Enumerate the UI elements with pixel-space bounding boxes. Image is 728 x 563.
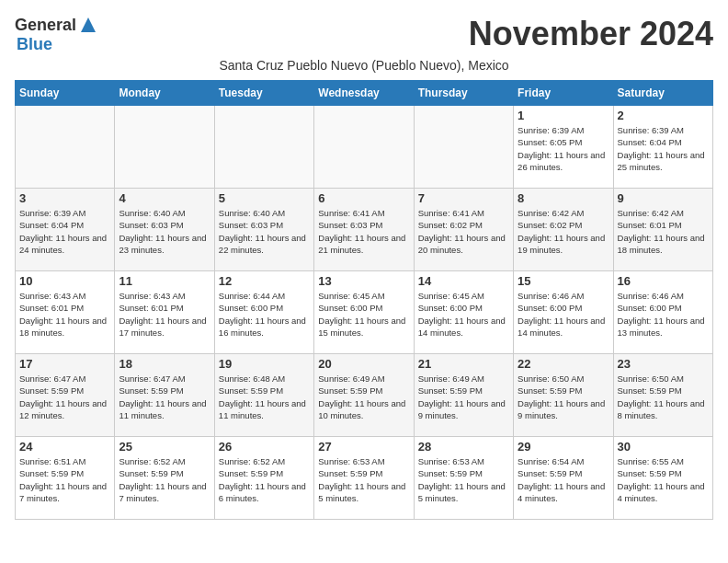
day-number: 8 xyxy=(518,191,609,205)
cell-info: Daylight: 11 hours and 9 minutes. xyxy=(418,397,509,422)
cell-info: Daylight: 11 hours and 5 minutes. xyxy=(418,480,509,505)
cell-info: Daylight: 11 hours and 20 minutes. xyxy=(418,232,509,257)
day-number: 30 xyxy=(618,440,709,454)
day-number: 29 xyxy=(518,440,609,454)
calendar-cell xyxy=(214,106,313,189)
calendar-cell: 10Sunrise: 6:43 AMSunset: 6:01 PMDayligh… xyxy=(16,271,115,354)
calendar-cell: 20Sunrise: 6:49 AMSunset: 5:59 PMDayligh… xyxy=(314,354,414,437)
day-number: 19 xyxy=(219,357,310,371)
cell-info: Sunset: 6:00 PM xyxy=(618,302,709,314)
cell-info: Sunrise: 6:42 AM xyxy=(518,207,609,219)
day-number: 5 xyxy=(219,191,310,205)
calendar-cell: 16Sunrise: 6:46 AMSunset: 6:00 PMDayligh… xyxy=(613,271,712,354)
cell-info: Sunset: 6:00 PM xyxy=(418,302,509,314)
calendar-cell: 25Sunrise: 6:52 AMSunset: 5:59 PMDayligh… xyxy=(115,437,214,520)
day-number: 6 xyxy=(318,191,409,205)
cell-info: Daylight: 11 hours and 14 minutes. xyxy=(418,315,509,339)
cell-info: Sunset: 5:59 PM xyxy=(518,385,609,396)
cell-info: Daylight: 11 hours and 18 minutes. xyxy=(19,315,110,339)
day-number: 4 xyxy=(119,191,210,205)
cell-info: Daylight: 11 hours and 25 minutes. xyxy=(618,149,709,174)
day-number: 3 xyxy=(19,191,110,205)
cell-info: Daylight: 11 hours and 12 minutes. xyxy=(19,397,110,422)
day-number: 15 xyxy=(518,274,609,288)
day-number: 21 xyxy=(418,357,509,371)
cell-info: Daylight: 11 hours and 10 minutes. xyxy=(318,397,409,422)
cell-info: Sunrise: 6:42 AM xyxy=(618,207,709,219)
calendar-cell: 8Sunrise: 6:42 AMSunset: 6:02 PMDaylight… xyxy=(514,189,613,271)
cell-info: Daylight: 11 hours and 11 minutes. xyxy=(119,397,210,422)
cell-info: Daylight: 11 hours and 18 minutes. xyxy=(618,232,709,257)
calendar-cell: 4Sunrise: 6:40 AMSunset: 6:03 PMDaylight… xyxy=(115,189,214,271)
calendar-table: SundayMondayTuesdayWednesdayThursdayFrid… xyxy=(15,80,713,520)
calendar-cell: 19Sunrise: 6:48 AMSunset: 5:59 PMDayligh… xyxy=(214,354,313,437)
cell-info: Sunset: 5:59 PM xyxy=(119,385,210,396)
calendar-cell xyxy=(414,106,513,189)
day-number: 28 xyxy=(418,440,509,454)
calendar-cell: 21Sunrise: 6:49 AMSunset: 5:59 PMDayligh… xyxy=(414,354,513,437)
day-number: 16 xyxy=(618,274,709,288)
calendar-cell: 13Sunrise: 6:45 AMSunset: 6:00 PMDayligh… xyxy=(314,271,414,354)
cell-info: Daylight: 11 hours and 23 minutes. xyxy=(119,232,210,257)
cell-info: Daylight: 11 hours and 7 minutes. xyxy=(19,480,110,505)
month-title: November 2024 xyxy=(469,15,713,53)
cell-info: Sunrise: 6:43 AM xyxy=(19,290,110,302)
cell-info: Daylight: 11 hours and 24 minutes. xyxy=(19,232,110,257)
cell-info: Sunset: 6:00 PM xyxy=(219,302,310,314)
cell-info: Sunset: 5:59 PM xyxy=(219,467,310,479)
cell-info: Daylight: 11 hours and 5 minutes. xyxy=(318,480,409,505)
day-number: 18 xyxy=(119,357,210,371)
calendar-cell xyxy=(314,106,414,189)
day-number: 11 xyxy=(119,274,210,288)
cell-info: Sunset: 5:59 PM xyxy=(418,467,509,479)
day-number: 20 xyxy=(318,357,409,371)
cell-info: Sunset: 5:59 PM xyxy=(318,385,409,396)
cell-info: Daylight: 11 hours and 17 minutes. xyxy=(119,315,210,339)
cell-info: Daylight: 11 hours and 19 minutes. xyxy=(518,232,609,257)
cell-info: Sunset: 6:03 PM xyxy=(219,219,310,231)
cell-info: Sunset: 5:59 PM xyxy=(618,385,709,396)
day-number: 23 xyxy=(618,357,709,371)
cell-info: Daylight: 11 hours and 8 minutes. xyxy=(618,397,709,422)
logo-general: General xyxy=(15,16,76,35)
cell-info: Sunrise: 6:49 AM xyxy=(318,373,409,385)
calendar-cell: 6Sunrise: 6:41 AMSunset: 6:03 PMDaylight… xyxy=(314,189,414,271)
cell-info: Sunset: 5:59 PM xyxy=(19,467,110,479)
cell-info: Sunset: 5:59 PM xyxy=(318,467,409,479)
cell-info: Sunrise: 6:55 AM xyxy=(618,455,709,467)
cell-info: Daylight: 11 hours and 7 minutes. xyxy=(119,480,210,505)
day-number: 13 xyxy=(318,274,409,288)
cell-info: Sunrise: 6:39 AM xyxy=(518,124,609,136)
header: General Blue November 2024 xyxy=(15,15,713,54)
logo-blue: Blue xyxy=(17,35,52,54)
cell-info: Sunset: 6:00 PM xyxy=(318,302,409,314)
day-number: 26 xyxy=(219,440,310,454)
day-number: 2 xyxy=(618,109,709,122)
calendar-cell: 12Sunrise: 6:44 AMSunset: 6:00 PMDayligh… xyxy=(214,271,313,354)
calendar-cell: 23Sunrise: 6:50 AMSunset: 5:59 PMDayligh… xyxy=(613,354,712,437)
calendar-cell: 1Sunrise: 6:39 AMSunset: 6:05 PMDaylight… xyxy=(514,106,613,189)
day-of-week-header: Monday xyxy=(115,81,214,106)
cell-info: Sunrise: 6:52 AM xyxy=(219,455,310,467)
calendar-cell xyxy=(16,106,115,189)
cell-info: Sunrise: 6:41 AM xyxy=(318,207,409,219)
cell-info: Sunrise: 6:41 AM xyxy=(418,207,509,219)
cell-info: Sunrise: 6:50 AM xyxy=(618,373,709,385)
cell-info: Daylight: 11 hours and 16 minutes. xyxy=(219,315,310,339)
calendar-cell xyxy=(115,106,214,189)
cell-info: Sunrise: 6:45 AM xyxy=(418,290,509,302)
calendar-cell: 22Sunrise: 6:50 AMSunset: 5:59 PMDayligh… xyxy=(514,354,613,437)
day-number: 17 xyxy=(19,357,110,371)
cell-info: Sunset: 5:59 PM xyxy=(418,385,509,396)
cell-info: Sunrise: 6:43 AM xyxy=(119,290,210,302)
day-number: 10 xyxy=(19,274,110,288)
calendar-cell: 9Sunrise: 6:42 AMSunset: 6:01 PMDaylight… xyxy=(613,189,712,271)
calendar-subtitle: Santa Cruz Pueblo Nuevo (Pueblo Nuevo), … xyxy=(15,58,713,73)
day-of-week-header: Thursday xyxy=(414,81,513,106)
cell-info: Sunrise: 6:51 AM xyxy=(19,455,110,467)
cell-info: Sunset: 6:01 PM xyxy=(119,302,210,314)
cell-info: Sunset: 6:01 PM xyxy=(618,219,709,231)
cell-info: Daylight: 11 hours and 22 minutes. xyxy=(219,232,310,257)
calendar-cell: 3Sunrise: 6:39 AMSunset: 6:04 PMDaylight… xyxy=(16,189,115,271)
day-number: 9 xyxy=(618,191,709,205)
